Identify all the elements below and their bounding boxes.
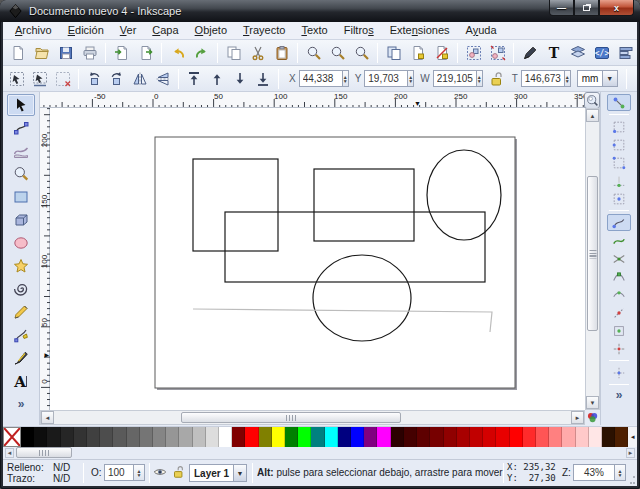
restore-button[interactable] [574,0,599,16]
paste-button[interactable] [270,42,293,64]
tool-selector[interactable] [7,94,35,116]
menu-archivo[interactable]: Archivo [7,22,60,39]
duplicate-button[interactable] [382,42,405,64]
scroll-left-icon[interactable]: ◄ [41,411,54,424]
lock-ratio-icon[interactable] [488,71,504,87]
palette-swatch[interactable] [232,427,245,447]
palette-swatch[interactable] [615,427,628,447]
palette-swatch[interactable] [285,427,298,447]
palette-swatch[interactable] [153,427,166,447]
horizontal-scrollbar[interactable]: ◄ ► [40,410,585,425]
drawing-canvas[interactable] [50,108,585,410]
layers-dialog-button[interactable] [566,42,589,64]
palette-swatch[interactable] [61,427,74,447]
scroll-right-icon[interactable]: ► [571,411,584,424]
x-spinner[interactable]: ▲▼ [343,70,349,87]
snap-path-intersections-button[interactable] [607,250,631,267]
color-management-button[interactable] [585,410,600,425]
vertical-scrollbar[interactable]: ▲ ▼ [585,108,600,410]
tool-calligraphy[interactable] [7,347,35,369]
tool-pencil[interactable] [7,301,35,323]
import-button[interactable] [110,42,133,64]
palette-swatch[interactable] [589,427,602,447]
zoom-spinner[interactable]: ▲▼ [615,464,626,481]
flip-vertical-button[interactable] [152,68,174,89]
palette-more-icon[interactable]: ◄ [628,427,637,447]
palette-swatch[interactable] [47,427,60,447]
unlink-clone-button[interactable] [430,42,453,64]
toolbox-overflow-chevron[interactable]: » [18,397,25,411]
opacity-spinner[interactable]: ▲▼ [134,464,145,481]
snap-line-midpoints-button[interactable] [607,304,631,321]
snap-nodes-button[interactable] [607,214,631,231]
menu-capa[interactable]: Capa [144,22,186,39]
palette-swatch[interactable] [34,427,47,447]
zoom-corner-button[interactable] [584,92,600,109]
palette-swatch[interactable] [245,427,258,447]
palette-swatch[interactable] [470,427,483,447]
snap-enable-button[interactable] [607,94,631,111]
layer-selector[interactable]: Layer 1 ▼ [189,464,247,482]
tool-box-3d[interactable] [7,209,35,231]
palette-swatch[interactable] [417,427,430,447]
palette-swatch[interactable] [311,427,324,447]
palette-swatch[interactable] [549,427,562,447]
layer-lock-icon[interactable] [171,465,187,481]
palette-swatch[interactable] [562,427,575,447]
snap-rotation-centers-button[interactable] [607,340,631,357]
close-button[interactable]: x [599,0,634,16]
palette-swatch[interactable] [457,427,470,447]
snap-page-border-button[interactable] [607,364,631,381]
deselect-button[interactable] [52,68,74,89]
export-button[interactable] [134,42,157,64]
text-dialog-button[interactable]: T [542,42,565,64]
unit-select[interactable]: mm ▼ [577,70,618,87]
tool-rectangle[interactable] [7,186,35,208]
y-field[interactable] [364,70,408,87]
snap-bbox-centers-button[interactable] [607,190,631,207]
palette-swatch[interactable] [364,427,377,447]
palette-swatch[interactable] [325,427,338,447]
tool-spiral[interactable] [7,278,35,300]
snap-bbox-button[interactable] [607,118,631,135]
raise-to-top-button[interactable] [183,68,205,89]
minimize-button[interactable]: — [549,0,574,16]
palette-scrollbar[interactable]: ◄ ► [3,447,637,459]
zoom-page-button[interactable] [350,42,373,64]
snap-bbox-edges-button[interactable] [607,136,631,153]
lower-to-bottom-button[interactable] [252,68,274,89]
fill-stroke-dialog-button[interactable] [518,42,541,64]
palette-swatch[interactable] [140,427,153,447]
cut-button[interactable] [246,42,269,64]
tool-star[interactable] [7,255,35,277]
rotate-ccw-button[interactable] [83,68,105,89]
tool-tweak[interactable] [7,140,35,162]
align-dialog-button[interactable] [614,42,637,64]
palette-swatch-none[interactable] [3,427,21,447]
fill-value[interactable]: N/D [53,462,70,473]
w-field[interactable] [433,70,477,87]
menu-filtros[interactable]: Filtros [336,22,382,39]
snap-paths-button[interactable] [607,232,631,249]
palette-swatch[interactable] [179,427,192,447]
x-field[interactable] [299,70,343,87]
snap-object-centers-button[interactable] [607,322,631,339]
palette-swatch[interactable] [523,427,536,447]
lower-button[interactable] [229,68,251,89]
snap-smooth-nodes-button[interactable] [607,286,631,303]
snap-bbox-edge-midpoints-button[interactable] [607,172,631,189]
palette-swatch[interactable] [74,427,87,447]
create-clone-button[interactable] [406,42,429,64]
vertical-ruler[interactable]: 200150100500▶ [40,108,50,410]
tool-pen[interactable] [7,324,35,346]
h-spinner[interactable]: ▲▼ [565,70,571,87]
menu-objeto[interactable]: Objeto [187,22,235,39]
new-document-button[interactable] [6,42,29,64]
group-button[interactable] [462,42,485,64]
raise-button[interactable] [206,68,228,89]
palette-swatch[interactable] [430,427,443,447]
palette-scroll-left-icon[interactable]: ◄ [5,448,14,458]
resize-grip[interactable] [627,476,635,484]
palette-swatch[interactable] [404,427,417,447]
tool-node-editor[interactable] [7,117,35,139]
